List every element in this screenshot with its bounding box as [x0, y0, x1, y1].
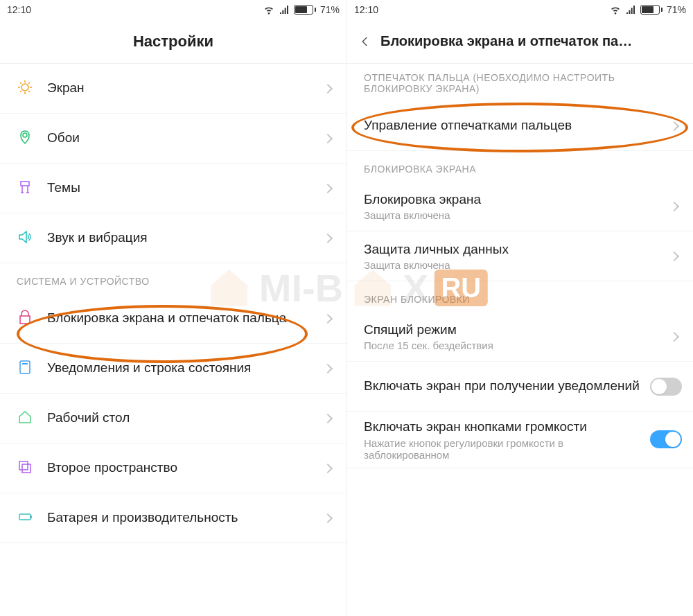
- left-screenshot: 12:10 71% Настройки Экран: [0, 0, 346, 616]
- svg-point-0: [21, 84, 28, 91]
- chevron-right-icon: [669, 251, 679, 261]
- battery-icon: [640, 5, 663, 15]
- notification-icon: [17, 359, 33, 378]
- row-lockscreen-fingerprint[interactable]: Блокировка экрана и отпечаток пальца: [0, 294, 346, 344]
- chevron-right-icon: [669, 121, 679, 130]
- status-bar: 12:10 71%: [347, 0, 693, 19]
- page-title: Блокировка экрана и отпечаток па…: [347, 33, 693, 49]
- row-sleep[interactable]: Спящий режим После 15 сек. бездействия: [347, 312, 693, 362]
- chevron-right-icon: [323, 363, 333, 373]
- chevron-right-icon: [323, 233, 333, 243]
- section-header-system: СИСТЕМА И УСТРОЙСТВО: [0, 263, 346, 294]
- second-space-icon: [17, 459, 33, 478]
- row-wake-volume-buttons[interactable]: Включать экран кнопками громкости Нажати…: [347, 412, 693, 468]
- settings-list: Экран Обои Темы Звук и вибрация СИСТЕМА …: [0, 64, 346, 616]
- chevron-right-icon: [323, 313, 333, 323]
- chevron-right-icon: [323, 83, 333, 93]
- row-second-space[interactable]: Второе пространство: [0, 443, 346, 493]
- signal-icon: [279, 4, 290, 15]
- row-fingerprint-manage[interactable]: Управление отпечатками пальцев: [347, 101, 693, 151]
- right-screenshot: 12:10 71% Блокировка экрана и отпечаток: [346, 0, 693, 616]
- row-label: Включать экран кнопками громкости: [364, 419, 650, 436]
- status-bar: 12:10 71%: [0, 0, 346, 19]
- battery-icon: [294, 5, 316, 15]
- row-display[interactable]: Экран: [0, 64, 346, 114]
- svg-rect-11: [19, 461, 28, 470]
- chevron-right-icon: [323, 133, 333, 143]
- row-sub-label: Нажатие кнопок регулировки громкости в з…: [364, 437, 650, 461]
- chevron-right-icon: [669, 201, 679, 211]
- row-label: Спящий режим: [364, 322, 671, 339]
- row-label: Темы: [47, 179, 324, 197]
- toggle-wake-volume[interactable]: [650, 430, 682, 448]
- row-sub-label: После 15 сек. бездействия: [364, 340, 671, 351]
- wallpaper-icon: [17, 129, 33, 148]
- svg-rect-13: [19, 514, 30, 520]
- row-sub-label: Защита включена: [364, 259, 671, 271]
- svg-rect-12: [22, 464, 30, 473]
- themes-icon: [17, 179, 33, 198]
- section-header-fingerprint: ОТПЕЧАТОК ПАЛЬЦА (НЕОБХОДИМО НАСТРОИТЬ Б…: [347, 64, 693, 101]
- home-icon: [17, 409, 33, 428]
- svg-line-7: [20, 91, 21, 92]
- chevron-right-icon: [323, 183, 333, 193]
- chevron-right-icon: [323, 413, 333, 423]
- status-time: 12:10: [354, 4, 378, 15]
- row-sound[interactable]: Звук и вибрация: [0, 213, 346, 263]
- row-label: Батарея и производительность: [47, 509, 324, 527]
- display-icon: [17, 79, 33, 98]
- row-label: Включать экран при получении уведомлений: [364, 378, 650, 395]
- svg-rect-14: [30, 516, 32, 518]
- fingerprint-list: ОТПЕЧАТОК ПАЛЬЦА (НЕОБХОДИМО НАСТРОИТЬ Б…: [347, 64, 693, 616]
- battery-percent: 71%: [320, 4, 340, 15]
- row-label: Второе пространство: [47, 459, 324, 477]
- section-header-lockscreen: ЭКРАН БЛОКИРОВКИ: [347, 281, 693, 312]
- row-sub-label: Защита включена: [364, 209, 671, 221]
- row-label: Обои: [47, 130, 324, 147]
- status-time: 12:10: [7, 4, 31, 15]
- row-battery[interactable]: Батарея и производительность: [0, 493, 346, 543]
- chevron-right-icon: [323, 463, 333, 473]
- row-label: Уведомления и строка состояния: [47, 360, 324, 377]
- chevron-right-icon: [669, 331, 679, 341]
- svg-rect-9: [20, 361, 30, 373]
- svg-line-5: [20, 82, 21, 84]
- row-label: Защита личных данных: [364, 241, 671, 258]
- row-home-screen[interactable]: Рабочий стол: [0, 394, 346, 443]
- signal-icon: [625, 4, 636, 15]
- wifi-icon: [263, 4, 274, 15]
- back-button[interactable]: [357, 33, 374, 50]
- header: Настройки: [0, 19, 346, 64]
- row-label: Блокировка экрана: [364, 191, 671, 209]
- row-privacy[interactable]: Защита личных данных Защита включена: [347, 231, 693, 281]
- row-screen-lock[interactable]: Блокировка экрана Защита включена: [347, 182, 693, 231]
- row-wake-on-notification[interactable]: Включать экран при получении уведомлений: [347, 362, 693, 412]
- row-label: Рабочий стол: [47, 410, 324, 427]
- page-title: Настройки: [133, 33, 213, 51]
- battery-icon: [17, 509, 33, 528]
- battery-percent: 71%: [667, 4, 686, 15]
- status-right: 71%: [610, 4, 686, 15]
- status-right: 71%: [263, 4, 340, 15]
- wifi-icon: [610, 4, 621, 15]
- chevron-right-icon: [323, 513, 333, 522]
- toggle-wake-notification[interactable]: [650, 378, 682, 396]
- svg-line-6: [28, 91, 30, 92]
- svg-rect-10: [22, 363, 28, 364]
- row-notifications[interactable]: Уведомления и строка состояния: [0, 344, 346, 394]
- svg-line-8: [28, 82, 30, 84]
- row-themes[interactable]: Темы: [0, 164, 346, 213]
- row-label: Управление отпечатками пальцев: [364, 117, 671, 134]
- row-label: Звук и вибрация: [47, 229, 324, 247]
- sound-icon: [17, 229, 33, 248]
- header: Блокировка экрана и отпечаток па…: [347, 19, 693, 64]
- row-wallpaper[interactable]: Обои: [0, 114, 346, 164]
- lock-icon: [17, 309, 33, 328]
- row-label: Экран: [47, 80, 324, 97]
- row-label: Блокировка экрана и отпечаток пальца: [47, 310, 324, 327]
- section-header-lock: БЛОКИРОВКА ЭКРАНА: [347, 151, 693, 182]
